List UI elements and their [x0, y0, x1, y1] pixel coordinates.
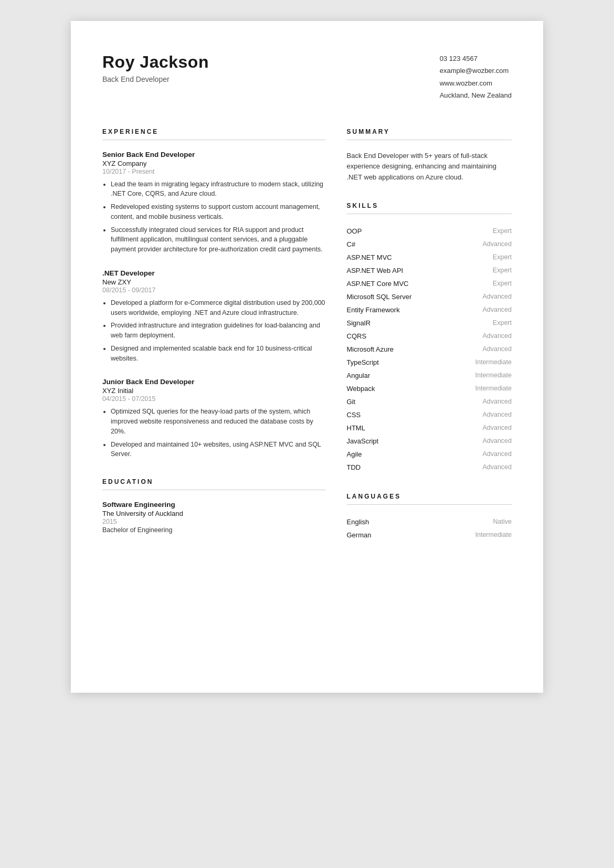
skill-css-name: CSS — [347, 411, 361, 419]
candidate-name: Roy Jackson — [102, 52, 209, 72]
skill-azure: Microsoft Azure Advanced — [347, 343, 512, 356]
skill-aspnetmvc-name: ASP.NET MVC — [347, 253, 392, 261]
skill-git: Git Advanced — [347, 395, 512, 408]
experience-divider — [102, 140, 326, 140]
header-left: Roy Jackson Back End Developer — [102, 52, 209, 83]
summary-divider — [347, 140, 512, 140]
skill-agile: Agile Advanced — [347, 448, 512, 461]
summary-section-title: SUMMARY — [347, 128, 512, 135]
skill-csharp-name: C# — [347, 240, 356, 248]
experience-section-title: EXPERIENCE — [102, 128, 326, 135]
skill-javascript: JavaScript Advanced — [347, 435, 512, 448]
skill-cqrs-level: Advanced — [482, 332, 512, 340]
skill-git-level: Advanced — [482, 398, 512, 405]
job-2-title: .NET Developer — [102, 269, 326, 277]
skill-css-level: Advanced — [482, 411, 512, 418]
job-1-bullet-1: Lead the team in migrating legacy infras… — [111, 179, 326, 199]
job-3-bullets: Optimized SQL queries for the heavy-load… — [102, 407, 326, 459]
skill-aspnetcoremvc-level: Expert — [493, 280, 512, 287]
lang-german: German Intermediate — [347, 528, 512, 542]
contact-website: www.wozber.com — [440, 77, 512, 89]
job-1-bullet-3: Successfully integrated cloud services f… — [111, 225, 326, 255]
skill-webpack-name: Webpack — [347, 385, 375, 393]
lang-english-name: English — [347, 518, 369, 526]
skill-html: HTML Advanced — [347, 421, 512, 435]
skill-tdd: TDD Advanced — [347, 461, 512, 474]
main-content: EXPERIENCE Senior Back End Developer XYZ… — [102, 128, 512, 560]
skill-webpack: Webpack Intermediate — [347, 382, 512, 395]
skill-agile-name: Agile — [347, 450, 362, 458]
skill-mssql-name: Microsoft SQL Server — [347, 293, 412, 301]
skill-aspnetwebapi-name: ASP.NET Web API — [347, 267, 404, 274]
job-2: .NET Developer New ZXY 08/2015 - 09/2017… — [102, 269, 326, 364]
languages-section: LANGUAGES English Native German Intermed… — [347, 493, 512, 542]
skill-html-name: HTML — [347, 424, 365, 432]
job-2-bullets: Developed a platform for e-Commerce digi… — [102, 298, 326, 364]
skill-ef-name: Entity Framework — [347, 306, 400, 314]
job-3: Junior Back End Developer XYZ Initial 04… — [102, 378, 326, 459]
summary-section: SUMMARY Back End Developer with 5+ years… — [347, 128, 512, 183]
skills-section: SKILLS OOP Expert C# Advanced ASP.NET MV… — [347, 202, 512, 474]
job-2-bullet-3: Designed and implemented scalable back e… — [111, 344, 326, 364]
skill-azure-level: Advanced — [482, 345, 512, 353]
job-1-bullet-2: Redeveloped existing systems to support … — [111, 202, 326, 222]
skill-typescript-level: Intermediate — [475, 358, 512, 366]
resume-document: Roy Jackson Back End Developer 03 123 45… — [71, 21, 543, 693]
skill-angular-name: Angular — [347, 372, 370, 379]
skill-oop-name: OOP — [347, 227, 362, 235]
job-3-title: Junior Back End Developer — [102, 378, 326, 386]
lang-english-level: Native — [493, 518, 512, 525]
lang-german-level: Intermediate — [475, 531, 512, 538]
skill-mssql: Microsoft SQL Server Advanced — [347, 290, 512, 303]
languages-divider — [347, 504, 512, 505]
skill-cqrs: CQRS Advanced — [347, 330, 512, 343]
job-1-bullets: Lead the team in migrating legacy infras… — [102, 179, 326, 255]
skill-javascript-name: JavaScript — [347, 437, 379, 445]
skills-section-title: SKILLS — [347, 202, 512, 209]
skill-aspnetcoremvc-name: ASP.NET Core MVC — [347, 280, 409, 288]
skill-angular: Angular Intermediate — [347, 369, 512, 382]
header-contact: 03 123 4567 example@wozber.com www.wozbe… — [440, 52, 512, 102]
skill-tdd-level: Advanced — [482, 463, 512, 471]
job-1: Senior Back End Developer XYZ Company 10… — [102, 151, 326, 255]
skill-signalr-level: Expert — [493, 319, 512, 326]
education-section: EDUCATION Software Engineering The Unive… — [102, 478, 326, 534]
job-1-company: XYZ Company — [102, 160, 326, 167]
experience-section: EXPERIENCE Senior Back End Developer XYZ… — [102, 128, 326, 460]
skill-cqrs-name: CQRS — [347, 332, 367, 340]
edu-school: The University of Auckland — [102, 510, 326, 517]
skill-oop: OOP Expert — [347, 225, 512, 238]
skill-azure-name: Microsoft Azure — [347, 345, 394, 353]
job-2-bullet-1: Developed a platform for e-Commerce digi… — [111, 298, 326, 318]
job-1-dates: 10/2017 - Present — [102, 168, 326, 175]
education-section-title: EDUCATION — [102, 478, 326, 485]
job-2-dates: 08/2015 - 09/2017 — [102, 287, 326, 294]
skill-angular-level: Intermediate — [475, 372, 512, 379]
skill-html-level: Advanced — [482, 424, 512, 431]
languages-section-title: LANGUAGES — [347, 493, 512, 500]
skills-divider — [347, 214, 512, 214]
job-2-bullet-2: Provided infrastructure and integration … — [111, 321, 326, 341]
contact-phone: 03 123 4567 — [440, 52, 512, 65]
left-column: EXPERIENCE Senior Back End Developer XYZ… — [102, 128, 326, 560]
lang-english: English Native — [347, 515, 512, 528]
skill-git-name: Git — [347, 398, 356, 406]
skill-aspnetwebapi: ASP.NET Web API Expert — [347, 264, 512, 277]
skill-aspnetmvc: ASP.NET MVC Expert — [347, 251, 512, 264]
skill-aspnetwebapi-level: Expert — [493, 267, 512, 274]
skill-oop-level: Expert — [493, 227, 512, 235]
contact-email: example@wozber.com — [440, 65, 512, 77]
edu-degree: Software Engineering — [102, 501, 326, 509]
skill-agile-level: Advanced — [482, 450, 512, 458]
summary-text: Back End Developer with 5+ years of full… — [347, 151, 512, 183]
right-column: SUMMARY Back End Developer with 5+ years… — [347, 128, 512, 560]
skill-typescript: TypeScript Intermediate — [347, 356, 512, 369]
lang-german-name: German — [347, 531, 372, 539]
job-3-bullet-2: Developed and maintained 10+ websites, u… — [111, 440, 326, 460]
education-divider — [102, 490, 326, 490]
edu-type: Bachelor of Engineering — [102, 526, 326, 534]
job-3-bullet-1: Optimized SQL queries for the heavy-load… — [111, 407, 326, 436]
edu-year: 2015 — [102, 518, 326, 525]
job-1-title: Senior Back End Developer — [102, 151, 326, 158]
job-2-company: New ZXY — [102, 278, 326, 286]
